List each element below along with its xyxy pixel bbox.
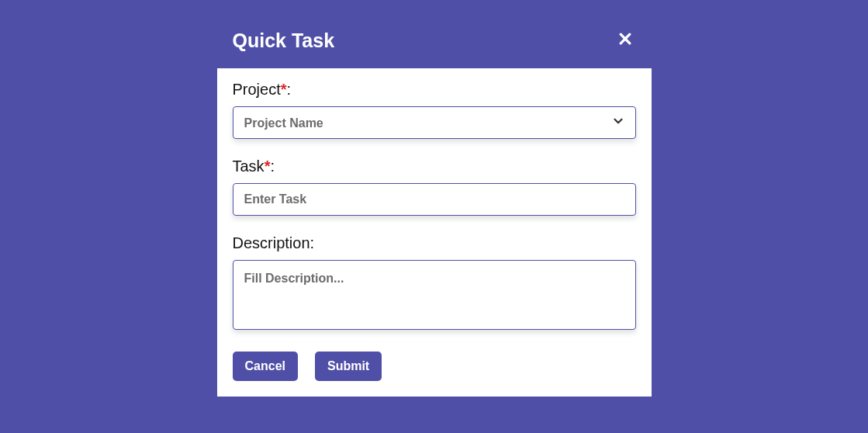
project-field-group: Project*: Project Name [233, 81, 636, 139]
required-marker: * [265, 158, 271, 175]
project-select-wrap: Project Name [233, 106, 636, 139]
project-label: Project*: [233, 81, 636, 99]
description-field-group: Description: [233, 234, 636, 333]
modal-title: Quick Task [233, 29, 335, 52]
modal-body: Project*: Project Name Task*: Descriptio… [217, 68, 652, 397]
task-input[interactable] [233, 183, 636, 216]
task-field-group: Task*: [233, 158, 636, 216]
button-row: Cancel Submit [233, 352, 636, 381]
close-button[interactable] [614, 28, 636, 53]
task-label: Task*: [233, 158, 636, 175]
close-icon [617, 31, 633, 50]
quick-task-modal: Quick Task Project*: Project Name [217, 28, 652, 397]
description-textarea[interactable] [233, 260, 636, 330]
required-marker: * [281, 81, 287, 98]
project-select[interactable]: Project Name [233, 106, 636, 139]
description-label: Description: [233, 234, 636, 252]
submit-button[interactable]: Submit [315, 352, 382, 381]
cancel-button[interactable]: Cancel [233, 352, 298, 381]
modal-header: Quick Task [217, 28, 652, 68]
